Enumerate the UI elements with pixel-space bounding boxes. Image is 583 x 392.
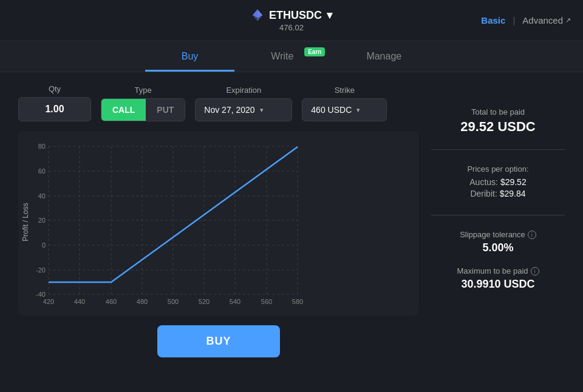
chart-svg: Profit / Loss	[18, 137, 316, 307]
svg-text:20: 20	[38, 217, 46, 224]
external-link-icon: ↗	[565, 16, 571, 24]
slippage-block: Slippage tolerance i 5.00%	[431, 230, 565, 254]
qty-label: Qty	[18, 84, 91, 93]
right-panel: Total to be paid 29.52 USDC Prices per o…	[431, 84, 565, 363]
svg-text:480: 480	[137, 298, 148, 305]
total-paid-value: 29.52 USDC	[431, 119, 565, 135]
svg-marker-3	[253, 9, 257, 18]
ticker-display[interactable]: ETHUSDC ▾	[251, 8, 332, 22]
strike-label: Strike	[302, 86, 387, 95]
tab-buy[interactable]: Buy	[145, 41, 235, 72]
type-group: Type CALL PUT	[101, 86, 185, 121]
max-paid-value: 30.9910 USDC	[431, 278, 565, 291]
expiration-select[interactable]: Nov 27, 2020 ▾	[195, 98, 292, 121]
type-selector: CALL PUT	[101, 98, 185, 121]
advanced-link[interactable]: Advanced ↗	[522, 15, 571, 25]
expiration-label: Expiration	[195, 86, 292, 95]
slippage-value: 5.00%	[431, 242, 565, 254]
strike-value: 460 USDC	[311, 105, 352, 115]
header-nav: Basic | Advanced ↗	[481, 15, 571, 25]
buy-btn-row: BUY	[18, 316, 419, 363]
svg-text:-40: -40	[36, 291, 46, 298]
total-paid-block: Total to be paid 29.52 USDC	[431, 107, 565, 135]
svg-text:440: 440	[74, 298, 85, 305]
prices-block: Prices per option: Auctus: $29.52 Deribi…	[431, 164, 565, 200]
tab-write[interactable]: Write Earn	[234, 41, 330, 72]
eth-icon	[251, 8, 264, 22]
earn-badge: Earn	[304, 47, 325, 56]
controls-row: Qty Type CALL PUT Expiration Nov 27, 202…	[18, 84, 419, 121]
ticker-price: 476.02	[279, 23, 304, 32]
svg-text:0: 0	[42, 242, 46, 249]
auctus-value: $29.52	[500, 177, 527, 187]
deribit-price-row: Deribit: $29.84	[431, 189, 565, 198]
basic-link[interactable]: Basic	[481, 15, 505, 25]
svg-text:500: 500	[168, 298, 179, 305]
main-content: Qty Type CALL PUT Expiration Nov 27, 202…	[0, 72, 583, 376]
header-divider: |	[513, 15, 515, 25]
max-paid-block: Maximum to be paid i 30.9910 USDC	[431, 266, 565, 291]
tab-bar: Buy Write Earn Manage	[0, 41, 583, 72]
svg-text:40: 40	[38, 192, 46, 200]
put-button[interactable]: PUT	[146, 99, 185, 121]
qty-group: Qty	[18, 84, 91, 121]
svg-text:540: 540	[230, 298, 240, 305]
max-paid-info-icon[interactable]: i	[531, 267, 539, 275]
divider-2	[431, 215, 565, 215]
call-button[interactable]: CALL	[101, 99, 146, 121]
svg-text:Profit / Loss: Profit / Loss	[21, 203, 30, 241]
buy-button[interactable]: BUY	[157, 325, 279, 357]
auctus-price-row: Auctus: $29.52	[431, 177, 565, 187]
expiration-group: Expiration Nov 27, 2020 ▾	[195, 86, 292, 121]
expiration-value: Nov 27, 2020	[204, 105, 254, 115]
slippage-info-icon[interactable]: i	[528, 231, 536, 239]
svg-text:60: 60	[38, 167, 46, 175]
auctus-label: Auctus:	[469, 177, 498, 187]
svg-text:560: 560	[261, 298, 272, 305]
svg-text:420: 420	[43, 298, 54, 305]
svg-text:-20: -20	[36, 266, 46, 274]
tab-manage[interactable]: Manage	[330, 41, 438, 72]
left-panel: Qty Type CALL PUT Expiration Nov 27, 202…	[18, 84, 419, 363]
svg-text:80: 80	[38, 143, 46, 150]
total-paid-label: Total to be paid	[431, 107, 565, 117]
slippage-label: Slippage tolerance i	[431, 230, 565, 239]
ticker-text: ETHUSDC	[269, 9, 322, 22]
prices-title: Prices per option:	[431, 164, 565, 174]
header-center: ETHUSDC ▾ 476.02	[251, 8, 332, 32]
svg-marker-4	[257, 9, 262, 18]
max-paid-label: Maximum to be paid i	[431, 266, 565, 275]
strike-chevron: ▾	[356, 106, 360, 114]
expiration-chevron: ▾	[260, 106, 264, 114]
header: ETHUSDC ▾ 476.02 Basic | Advanced ↗	[0, 0, 583, 41]
svg-text:520: 520	[199, 298, 210, 305]
profit-loss-chart: Profit / Loss	[18, 131, 419, 316]
deribit-label: Deribit:	[470, 189, 497, 198]
type-label: Type	[101, 86, 185, 95]
deribit-value: $29.84	[500, 189, 526, 198]
svg-text:580: 580	[292, 298, 303, 305]
ticker-chevron[interactable]: ▾	[327, 8, 332, 22]
divider-1	[431, 149, 565, 150]
svg-text:460: 460	[106, 298, 117, 305]
qty-input[interactable]	[18, 97, 91, 121]
strike-select[interactable]: 460 USDC ▾	[302, 98, 387, 121]
strike-group: Strike 460 USDC ▾	[302, 86, 387, 121]
